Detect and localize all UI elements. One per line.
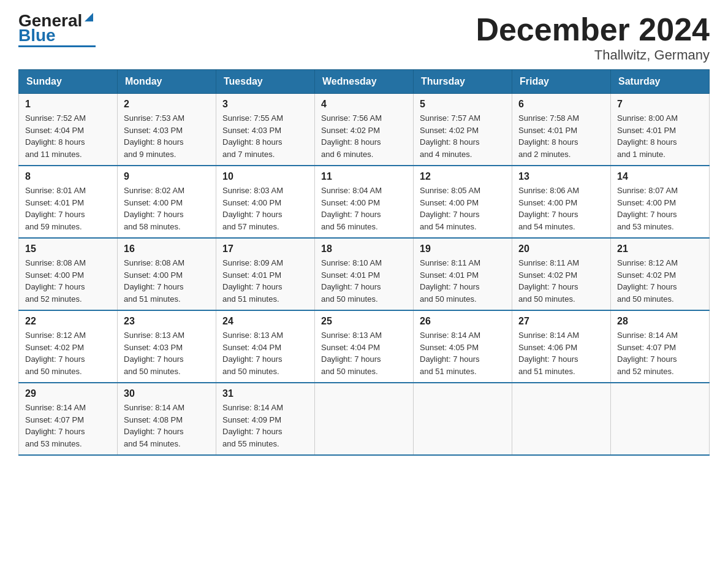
day-info: Sunrise: 7:58 AMSunset: 4:01 PMDaylight:… [518,112,604,160]
day-number: 25 [321,316,407,327]
week-row-4: 22 Sunrise: 8:12 AMSunset: 4:02 PMDaylig… [19,310,710,383]
day-header-row: SundayMondayTuesdayWednesdayThursdayFrid… [19,70,710,94]
week-row-2: 8 Sunrise: 8:01 AMSunset: 4:01 PMDayligh… [19,166,710,238]
day-number: 31 [222,388,308,399]
logo: General Blue [18,12,96,47]
day-info: Sunrise: 8:11 AMSunset: 4:02 PMDaylight:… [518,257,604,305]
calendar-cell: 2 Sunrise: 7:53 AMSunset: 4:03 PMDayligh… [118,94,216,166]
day-header-monday: Monday [118,70,216,94]
day-number: 15 [25,243,111,255]
day-info: Sunrise: 8:13 AMSunset: 4:03 PMDaylight:… [124,329,210,377]
calendar-cell: 24 Sunrise: 8:13 AMSunset: 4:04 PMDaylig… [216,310,315,383]
calendar-cell: 28 Sunrise: 8:14 AMSunset: 4:07 PMDaylig… [611,310,710,383]
day-number: 4 [321,99,407,110]
day-info: Sunrise: 8:13 AMSunset: 4:04 PMDaylight:… [222,329,308,377]
day-number: 28 [617,316,703,327]
day-number: 1 [25,99,111,110]
calendar-cell: 27 Sunrise: 8:14 AMSunset: 4:06 PMDaylig… [512,310,611,383]
calendar-cell: 21 Sunrise: 8:12 AMSunset: 4:02 PMDaylig… [611,238,710,310]
calendar-cell: 4 Sunrise: 7:56 AMSunset: 4:02 PMDayligh… [315,94,414,166]
calendar-cell: 11 Sunrise: 8:04 AMSunset: 4:00 PMDaylig… [315,166,414,238]
page-subtitle: Thallwitz, Germany [476,47,710,63]
day-info: Sunrise: 8:14 AMSunset: 4:06 PMDaylight:… [518,329,604,377]
calendar-cell: 17 Sunrise: 8:09 AMSunset: 4:01 PMDaylig… [216,238,315,310]
calendar-cell: 29 Sunrise: 8:14 AMSunset: 4:07 PMDaylig… [19,383,118,455]
day-number: 6 [518,99,604,110]
day-number: 30 [124,388,210,399]
day-info: Sunrise: 8:14 AMSunset: 4:08 PMDaylight:… [124,402,210,450]
calendar-body: 1 Sunrise: 7:52 AMSunset: 4:04 PMDayligh… [19,94,710,456]
calendar-header: SundayMondayTuesdayWednesdayThursdayFrid… [19,70,710,94]
calendar-cell: 9 Sunrise: 8:02 AMSunset: 4:00 PMDayligh… [118,166,216,238]
calendar-cell [414,383,512,455]
day-number: 11 [321,171,407,182]
day-info: Sunrise: 7:55 AMSunset: 4:03 PMDaylight:… [222,112,308,160]
calendar-cell: 1 Sunrise: 7:52 AMSunset: 4:04 PMDayligh… [19,94,118,166]
day-number: 21 [617,243,703,255]
calendar-cell: 22 Sunrise: 8:12 AMSunset: 4:02 PMDaylig… [19,310,118,383]
day-number: 19 [420,243,506,255]
day-info: Sunrise: 8:01 AMSunset: 4:01 PMDaylight:… [25,185,111,232]
day-info: Sunrise: 8:14 AMSunset: 4:07 PMDaylight:… [25,402,111,450]
day-info: Sunrise: 8:07 AMSunset: 4:00 PMDaylight:… [617,185,703,232]
day-number: 14 [617,171,703,182]
calendar-table: SundayMondayTuesdayWednesdayThursdayFrid… [18,69,710,456]
logo-blue-text: Blue [18,27,56,44]
calendar-cell: 16 Sunrise: 8:08 AMSunset: 4:00 PMDaylig… [118,238,216,310]
day-info: Sunrise: 8:12 AMSunset: 4:02 PMDaylight:… [25,329,111,377]
calendar-cell: 18 Sunrise: 8:10 AMSunset: 4:01 PMDaylig… [315,238,414,310]
calendar-cell: 31 Sunrise: 8:14 AMSunset: 4:09 PMDaylig… [216,383,315,455]
title-block: December 2024 Thallwitz, Germany [476,12,710,63]
day-info: Sunrise: 8:02 AMSunset: 4:00 PMDaylight:… [124,185,210,232]
day-info: Sunrise: 7:53 AMSunset: 4:03 PMDaylight:… [124,112,210,160]
calendar-cell [611,383,710,455]
day-info: Sunrise: 8:14 AMSunset: 4:09 PMDaylight:… [222,402,308,450]
day-number: 27 [518,316,604,327]
day-number: 18 [321,243,407,255]
day-info: Sunrise: 8:08 AMSunset: 4:00 PMDaylight:… [124,257,210,305]
calendar-cell: 23 Sunrise: 8:13 AMSunset: 4:03 PMDaylig… [118,310,216,383]
day-number: 3 [222,99,308,110]
day-info: Sunrise: 8:10 AMSunset: 4:01 PMDaylight:… [321,257,407,305]
logo-triangle-icon [82,10,96,24]
calendar-cell: 25 Sunrise: 8:13 AMSunset: 4:04 PMDaylig… [315,310,414,383]
day-header-sunday: Sunday [19,70,118,94]
day-number: 7 [617,99,703,110]
day-info: Sunrise: 7:52 AMSunset: 4:04 PMDaylight:… [25,112,111,160]
logo-underline [18,45,96,47]
calendar-cell: 14 Sunrise: 8:07 AMSunset: 4:00 PMDaylig… [611,166,710,238]
day-number: 22 [25,316,111,327]
day-info: Sunrise: 8:00 AMSunset: 4:01 PMDaylight:… [617,112,703,160]
day-number: 20 [518,243,604,255]
day-info: Sunrise: 8:11 AMSunset: 4:01 PMDaylight:… [420,257,506,305]
day-header-saturday: Saturday [611,70,710,94]
day-info: Sunrise: 8:05 AMSunset: 4:00 PMDaylight:… [420,185,506,232]
day-header-wednesday: Wednesday [315,70,414,94]
day-info: Sunrise: 8:04 AMSunset: 4:00 PMDaylight:… [321,185,407,232]
day-info: Sunrise: 8:09 AMSunset: 4:01 PMDaylight:… [222,257,308,305]
calendar-cell: 19 Sunrise: 8:11 AMSunset: 4:01 PMDaylig… [414,238,512,310]
day-number: 12 [420,171,506,182]
day-info: Sunrise: 8:06 AMSunset: 4:00 PMDaylight:… [518,185,604,232]
week-row-5: 29 Sunrise: 8:14 AMSunset: 4:07 PMDaylig… [19,383,710,455]
day-info: Sunrise: 8:13 AMSunset: 4:04 PMDaylight:… [321,329,407,377]
day-number: 24 [222,316,308,327]
calendar-cell: 20 Sunrise: 8:11 AMSunset: 4:02 PMDaylig… [512,238,611,310]
day-info: Sunrise: 8:08 AMSunset: 4:00 PMDaylight:… [25,257,111,305]
page-title: December 2024 [476,12,710,47]
day-number: 23 [124,316,210,327]
day-number: 10 [222,171,308,182]
calendar-cell [315,383,414,455]
day-info: Sunrise: 8:03 AMSunset: 4:00 PMDaylight:… [222,185,308,232]
calendar-cell: 13 Sunrise: 8:06 AMSunset: 4:00 PMDaylig… [512,166,611,238]
calendar-cell: 30 Sunrise: 8:14 AMSunset: 4:08 PMDaylig… [118,383,216,455]
page-header: General Blue December 2024 Thallwitz, Ge… [18,12,710,63]
calendar-cell: 8 Sunrise: 8:01 AMSunset: 4:01 PMDayligh… [19,166,118,238]
day-header-friday: Friday [512,70,611,94]
day-number: 26 [420,316,506,327]
calendar-cell: 3 Sunrise: 7:55 AMSunset: 4:03 PMDayligh… [216,94,315,166]
calendar-cell: 10 Sunrise: 8:03 AMSunset: 4:00 PMDaylig… [216,166,315,238]
calendar-cell: 7 Sunrise: 8:00 AMSunset: 4:01 PMDayligh… [611,94,710,166]
week-row-3: 15 Sunrise: 8:08 AMSunset: 4:00 PMDaylig… [19,238,710,310]
calendar-cell: 5 Sunrise: 7:57 AMSunset: 4:02 PMDayligh… [414,94,512,166]
